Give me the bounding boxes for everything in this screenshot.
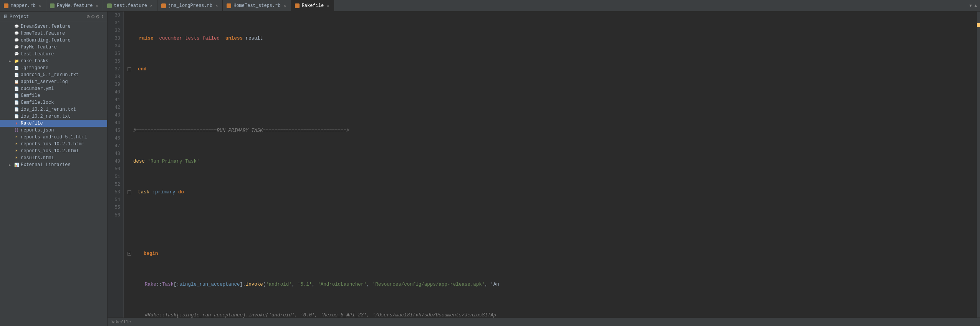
code-line-33: #============================RUN PRIMARY… (127, 127, 977, 135)
tab-label-mapper: mapper.rb (11, 3, 36, 8)
line-num-43: 43 (108, 111, 120, 119)
tab-icon-jns (161, 3, 166, 8)
sidebar-label: appium_server.log (21, 79, 68, 85)
sidebar-item-rakefile[interactable]: ♦ Rakefile (0, 120, 107, 127)
line-num-55: 55 (108, 204, 120, 211)
tab-close-hometest[interactable]: ✕ (283, 3, 287, 8)
main-area: 🖥 Project ⊕ ⚙ ⚙ ↕ 💬 DreamSaver.feature 💬… (0, 12, 980, 326)
tab-label-payme: PayMe.feature (57, 3, 93, 8)
sidebar-item-reports-json[interactable]: {} reports.json (0, 127, 107, 134)
sidebar-label: HomeTest.feature (21, 31, 65, 36)
sidebar-label: ios_10.2_rerun.txt (21, 114, 71, 119)
scroll-icon[interactable]: ↕ (101, 13, 104, 20)
fold-37[interactable]: − (127, 252, 131, 256)
sidebar-item-appium-log[interactable]: 📋 appium_server.log (0, 78, 107, 85)
sidebar-item-reports-ios-2[interactable]: H reports_ios_10.2.html (0, 148, 107, 155)
file-icon: 📄 (14, 72, 19, 78)
sidebar-item-dreamsaver[interactable]: 💬 DreamSaver.feature (0, 23, 107, 30)
sidebar-item-reports-android[interactable]: H reports_android_5.1.html (0, 134, 107, 141)
code-line-36 (127, 219, 977, 227)
line-num-35: 35 (108, 50, 120, 58)
tab-close-rakefile[interactable]: ✕ (326, 3, 330, 8)
tab-jns[interactable]: jns_longPress.rb ✕ (157, 0, 223, 11)
sidebar-item-ios-rerun-1[interactable]: 📄 ios_10.2.1_rerun.txt (0, 106, 107, 113)
status-text: Rakefile (111, 320, 131, 324)
file-icon: 📄 (14, 107, 19, 112)
tab-close-payme[interactable]: ✕ (95, 3, 99, 8)
sidebar: 🖥 Project ⊕ ⚙ ⚙ ↕ 💬 DreamSaver.feature 💬… (0, 12, 108, 326)
tab-close-test[interactable]: ✕ (149, 3, 153, 8)
line-num-36: 36 (108, 58, 120, 65)
tab-close-jns[interactable]: ✕ (215, 3, 219, 8)
sidebar-item-gemfile-lock[interactable]: 📄 Gemfile.lock (0, 99, 107, 106)
fold-31[interactable]: − (127, 67, 131, 71)
project-icon: 🖥 (3, 14, 8, 20)
tab-icon-hometest (227, 3, 231, 8)
line-num-37: 37 (108, 65, 120, 73)
line-num-53: 53 (108, 188, 120, 196)
fold-35[interactable]: − (127, 190, 131, 194)
sidebar-item-gitignore[interactable]: 📄 .gitignore (0, 65, 107, 72)
sidebar-item-onboarding[interactable]: 💬 onBoarding.feature (0, 37, 107, 44)
line-num-48: 48 (108, 150, 120, 158)
scroll-thumb (977, 23, 980, 27)
code-line-37: − begin (127, 250, 977, 258)
sidebar-label: rake_tasks (21, 58, 48, 64)
feature-icon: 💬 (14, 52, 19, 57)
editor-area: 30 31 32 33 34 35 36 37 38 39 40 41 42 4… (108, 12, 980, 326)
sidebar-item-cucumber-yml[interactable]: 📄 cucumber.yml (0, 85, 107, 92)
tab-overflow[interactable]: ▼ ▲ (966, 0, 980, 11)
settings-icon[interactable]: ⚙ (91, 13, 94, 20)
folder-icon: 📁 (14, 58, 19, 64)
tab-payme[interactable]: PayMe.feature ✕ (46, 0, 103, 11)
line-num-38: 38 (108, 73, 120, 81)
scrollbar-right[interactable] (977, 12, 980, 318)
line-numbers: 30 31 32 33 34 35 36 37 38 39 40 41 42 4… (108, 12, 124, 318)
line-num-40: 40 (108, 88, 120, 96)
sidebar-item-external-libs[interactable]: ▶ 📊 External Libraries (0, 161, 107, 168)
sidebar-header: 🖥 Project ⊕ ⚙ ⚙ ↕ (0, 12, 107, 22)
sidebar-label: ios_10.2.1_rerun.txt (21, 107, 76, 112)
yml-icon: 📄 (14, 86, 19, 91)
folder-arrow: ▶ (8, 59, 12, 63)
tab-mapper[interactable]: mapper.rb ✕ (0, 0, 46, 11)
sidebar-item-test-feature[interactable]: 💬 test.feature (0, 51, 107, 58)
feature-icon: 💬 (14, 24, 19, 29)
code-editor[interactable]: raise cucumber tests failed unless resul… (124, 12, 977, 318)
log-icon: 📋 (14, 79, 19, 85)
code-line-30: raise cucumber tests failed unless resul… (127, 35, 977, 42)
line-num-44: 44 (108, 119, 120, 127)
line-num-46: 46 (108, 135, 120, 142)
sidebar-item-rake-tasks[interactable]: ▶ 📁 rake_tasks (0, 58, 107, 65)
tab-label-rakefile: Rakefile (302, 3, 324, 8)
tab-icon-test (107, 3, 112, 8)
sidebar-label: Rakefile (21, 121, 43, 126)
sidebar-label: test.feature (21, 52, 54, 57)
sidebar-label: reports_android_5.1.html (21, 135, 87, 140)
sidebar-header-icons: ⊕ ⚙ ⚙ ↕ (86, 13, 104, 20)
sidebar-label: results.html (21, 155, 54, 161)
sidebar-label: reports_ios_10.2.html (21, 148, 79, 154)
line-num-41: 41 (108, 96, 120, 104)
sidebar-item-android-rerun[interactable]: 📄 android_5.1_rerun.txt (0, 72, 107, 78)
sidebar-label: DreamSaver.feature (21, 24, 71, 29)
line-num-33: 33 (108, 35, 120, 42)
code-container[interactable]: 30 31 32 33 34 35 36 37 38 39 40 41 42 4… (108, 12, 980, 318)
sidebar-item-results[interactable]: H results.html (0, 155, 107, 161)
sidebar-item-hometest-feature[interactable]: 💬 HomeTest.feature (0, 30, 107, 37)
line-num-34: 34 (108, 42, 120, 50)
tab-rakefile[interactable]: Rakefile ✕ (291, 0, 334, 11)
file-icon: 📄 (14, 114, 19, 119)
sidebar-item-payme-feature[interactable]: 💬 PayMe.feature (0, 44, 107, 51)
sidebar-label: reports.json (21, 128, 54, 133)
sidebar-item-gemfile[interactable]: 📄 Gemfile (0, 92, 107, 99)
sidebar-item-reports-ios-1[interactable]: H reports_ios_10.2.1.html (0, 141, 107, 148)
tab-test[interactable]: test.feature ✕ (103, 0, 157, 11)
library-icon: 📊 (14, 162, 19, 168)
sidebar-item-ios-rerun-2[interactable]: 📄 ios_10.2_rerun.txt (0, 113, 107, 120)
tab-close-mapper[interactable]: ✕ (38, 3, 42, 8)
tab-hometest[interactable]: HomeTest_steps.rb ✕ (223, 0, 291, 11)
gear-icon[interactable]: ⚙ (96, 13, 99, 20)
add-icon[interactable]: ⊕ (86, 13, 89, 20)
code-line-39: #Rake::Task[:single_run_acceptance].invo… (127, 311, 977, 318)
